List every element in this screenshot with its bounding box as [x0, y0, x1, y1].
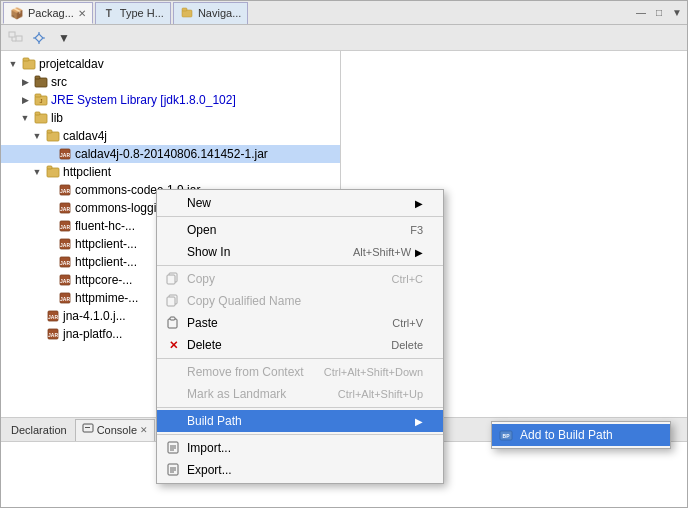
maximize-button[interactable]: □ [651, 5, 667, 21]
build-path-submenu: BP Add to Build Path [491, 421, 671, 449]
svg-rect-3 [16, 36, 22, 41]
collapse-all-button[interactable] [5, 28, 27, 48]
tab-package-label: Packag... [28, 7, 74, 19]
remove-shortcut: Ctrl+Alt+Shift+Down [324, 366, 423, 378]
jre-label: JRE System Library [jdk1.8.0_102] [51, 93, 236, 107]
menu-separator-5 [157, 434, 443, 435]
new-arrow: ▶ [415, 198, 423, 209]
svg-rect-44 [85, 427, 90, 428]
expand-icon-caldav4j-jar [43, 148, 55, 160]
menu-item-copy[interactable]: Copy Ctrl+C [157, 268, 443, 290]
svg-text:JAR: JAR [60, 278, 70, 284]
fluent-hc-label: fluent-hc-... [75, 219, 135, 233]
commons-logging-icon: JAR [57, 200, 73, 216]
tab-navigator[interactable]: Naviga... [173, 2, 248, 24]
svg-rect-13 [35, 76, 40, 79]
expand-icon-project[interactable]: ▼ [7, 58, 19, 70]
view-menu-dropdown[interactable]: ▼ [53, 28, 75, 48]
tab-console[interactable]: Console ✕ [75, 419, 155, 441]
expand-icon-src[interactable]: ▶ [19, 76, 31, 88]
menu-paste-label: Paste [187, 316, 372, 330]
tab-package-explorer[interactable]: 📦 Packag... ✕ [3, 2, 93, 24]
menu-item-mark-as-landmark[interactable]: Mark as Landmark Ctrl+Alt+Shift+Up [157, 383, 443, 405]
caldav4j-jar-icon: JAR [57, 146, 73, 162]
httpclient1-label: httpclient-... [75, 237, 137, 251]
tree-item-project[interactable]: ▼ projetcaldav [1, 55, 340, 73]
httpmime-icon: JAR [57, 290, 73, 306]
lib-label: lib [51, 111, 63, 125]
caldav4j-folder-icon [45, 128, 61, 144]
expand-icon-jre[interactable]: ▶ [19, 94, 31, 106]
svg-text:JAR: JAR [60, 188, 70, 194]
caldav4j-jar-label: caldav4j-0.8-20140806.141452-1.jar [75, 147, 268, 161]
svg-text:JAR: JAR [60, 206, 70, 212]
tree-item-jre[interactable]: ▶ J JRE System Library [jdk1.8.0_102] [1, 91, 340, 109]
lib-icon [33, 110, 49, 126]
tree-item-lib[interactable]: ▼ lib [1, 109, 340, 127]
menu-item-paste[interactable]: Paste Ctrl+V [157, 312, 443, 334]
menu-item-export[interactable]: Export... [157, 459, 443, 481]
svg-rect-15 [35, 94, 41, 97]
svg-rect-48 [167, 297, 175, 306]
httpcore-label: httpcore-... [75, 273, 132, 287]
expand-icon-httpclient[interactable]: ▼ [31, 166, 43, 178]
menu-item-new[interactable]: New ▶ [157, 192, 443, 214]
jna-jar-icon: JAR [45, 308, 61, 324]
menu-item-copy-qualified[interactable]: Copy Qualified Name [157, 290, 443, 312]
delete-shortcut: Delete [391, 339, 423, 351]
project-icon [21, 56, 37, 72]
src-icon [33, 74, 49, 90]
console-close[interactable]: ✕ [140, 425, 148, 435]
caldav4j-folder-label: caldav4j [63, 129, 107, 143]
mark-shortcut: Ctrl+Alt+Shift+Up [338, 388, 423, 400]
tree-item-src[interactable]: ▶ src [1, 73, 340, 91]
mark-landmark-icon [165, 386, 181, 402]
tree-item-httpclient[interactable]: ▼ httpclient [1, 163, 340, 181]
show-in-arrow: ▶ [415, 247, 423, 258]
copy-qualified-icon [165, 293, 181, 309]
svg-rect-50 [170, 317, 175, 320]
menu-item-delete[interactable]: ✕ Delete Delete [157, 334, 443, 356]
menu-item-import[interactable]: Import... [157, 437, 443, 459]
open-icon [165, 222, 181, 238]
svg-text:J: J [40, 98, 43, 104]
svg-text:JAR: JAR [48, 314, 58, 320]
httpclient2-label: httpclient-... [75, 255, 137, 269]
minimize-button[interactable]: — [633, 5, 649, 21]
httpclient2-icon: JAR [57, 254, 73, 270]
svg-rect-11 [23, 58, 29, 61]
tab-controls: — □ ▼ [633, 5, 685, 21]
menu-item-show-in[interactable]: Show In Alt+Shift+W ▶ [157, 241, 443, 263]
submenu-item-add-to-build-path[interactable]: BP Add to Build Path [492, 424, 670, 446]
delete-icon: ✕ [165, 337, 181, 353]
svg-text:JAR: JAR [48, 332, 58, 338]
expand-icon-caldav4j[interactable]: ▼ [31, 130, 43, 142]
import-icon [165, 440, 181, 456]
jre-icon: J [33, 92, 49, 108]
menu-item-remove-from-context[interactable]: Remove from Context Ctrl+Alt+Shift+Down [157, 361, 443, 383]
copy-shortcut: Ctrl+C [392, 273, 423, 285]
remove-from-context-icon [165, 364, 181, 380]
svg-text:JAR: JAR [60, 260, 70, 266]
menu-item-build-path[interactable]: Build Path ▶ [157, 410, 443, 432]
expand-icon-lib[interactable]: ▼ [19, 112, 31, 124]
view-menu-button[interactable]: ▼ [669, 5, 685, 21]
tab-type-label: Type H... [120, 7, 164, 19]
tab-type-hierarchy[interactable]: T Type H... [95, 2, 171, 24]
context-menu: New ▶ Open F3 Show In Alt+Shift+W ▶ Copy [156, 189, 444, 484]
menu-item-open[interactable]: Open F3 [157, 219, 443, 241]
menu-separator-2 [157, 265, 443, 266]
tree-item-caldav4j[interactable]: ▼ caldav4j [1, 127, 340, 145]
menu-separator-1 [157, 216, 443, 217]
menu-copy-qualified-label: Copy Qualified Name [187, 294, 423, 308]
tree-item-caldav4j-jar[interactable]: JAR caldav4j-0.8-20140806.141452-1.jar [1, 145, 340, 163]
console-label: Console [97, 424, 137, 436]
fluent-hc-icon: JAR [57, 218, 73, 234]
tab-declaration[interactable]: Declaration [5, 419, 73, 441]
jna-platform-label: jna-platfo... [63, 327, 122, 341]
tab-navigator-label: Naviga... [198, 7, 241, 19]
menu-import-label: Import... [187, 441, 423, 455]
export-icon [165, 462, 181, 478]
tab-close-button[interactable]: ✕ [78, 8, 86, 19]
link-with-editor-button[interactable] [29, 28, 51, 48]
